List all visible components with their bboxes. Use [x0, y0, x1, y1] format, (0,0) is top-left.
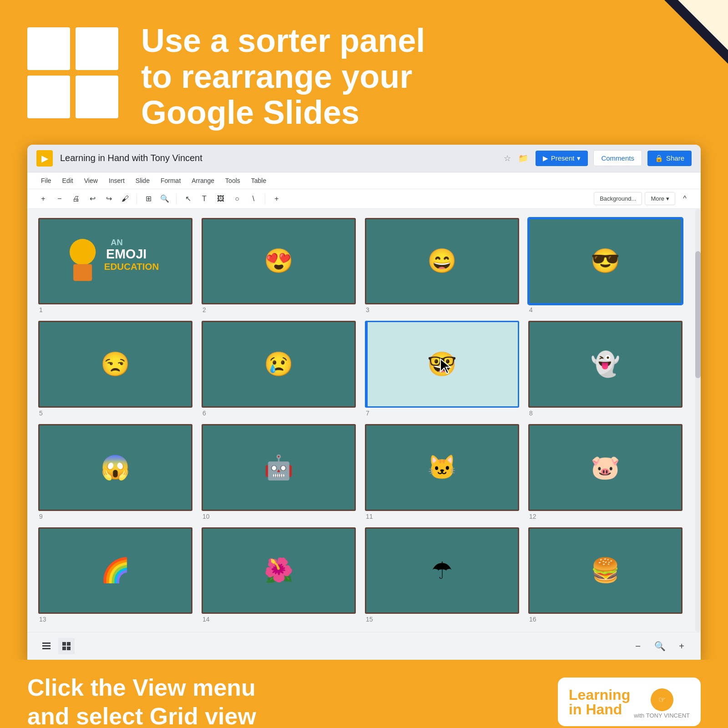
zoom-plus-icon: +: [679, 641, 684, 652]
zoom-plus-button[interactable]: +: [673, 638, 690, 654]
slide-thumb-15[interactable]: ☂: [365, 527, 519, 614]
slide-thumb-16[interactable]: 🍔: [528, 527, 682, 614]
slides-container: AN EMOJI EDUCATION 1 😍 2 😄: [27, 209, 701, 632]
toolbar-divider-2: [176, 193, 177, 204]
svg-rect-13: [67, 647, 71, 650]
slide-thumb-11[interactable]: 🐱: [365, 424, 519, 511]
slides-grid: AN EMOJI EDUCATION 1 😍 2 😄: [27, 209, 693, 632]
brand-line2: in Hand: [569, 702, 630, 717]
slide-thumb-4[interactable]: 😎: [528, 218, 682, 305]
minus-button[interactable]: −: [53, 192, 66, 206]
redo-button[interactable]: ↪: [102, 192, 116, 206]
share-button[interactable]: 🔒 Share: [647, 151, 692, 166]
scrollbar[interactable]: [695, 209, 701, 632]
slide-thumb-3[interactable]: 😄: [365, 218, 519, 305]
slide-9-bg: 😱: [40, 425, 191, 510]
toolbar-divider-1: [136, 193, 137, 204]
present-button[interactable]: ▶ Present ▾: [536, 151, 588, 166]
shape-button[interactable]: ○: [230, 192, 244, 206]
slide-12-bg: 🐷: [530, 425, 681, 510]
background-button[interactable]: Background...: [594, 192, 642, 205]
brand-hand-icon: ☞: [651, 688, 673, 711]
print-button[interactable]: 🖨: [69, 192, 83, 206]
svg-rect-7: [42, 642, 51, 644]
grid-view-button[interactable]: [58, 638, 75, 654]
zoom-search-icon: 🔍: [654, 641, 666, 652]
slide-1-svg: AN EMOJI EDUCATION: [40, 219, 191, 303]
list-view-button[interactable]: [38, 638, 55, 654]
zoom-minus-icon: −: [635, 641, 641, 652]
slide-thumb-12[interactable]: 🐷: [528, 424, 682, 511]
slide-num-16: 16: [528, 616, 536, 623]
menu-arrange[interactable]: Arrange: [187, 174, 219, 187]
menu-insert[interactable]: Insert: [104, 174, 129, 187]
slide-num-1: 1: [38, 306, 43, 313]
brand-logo: Learning in Hand ☞ with TONY VINCENT: [558, 677, 701, 726]
slide-13-bg: 🌈: [40, 529, 191, 613]
star-icon[interactable]: ☆: [504, 153, 511, 163]
present-arrow: ▾: [577, 154, 581, 162]
slide-8-bg: 👻: [530, 322, 681, 406]
slide-thumb-14[interactable]: 🌺: [202, 527, 356, 614]
slide-item-11: 🐱 11: [365, 424, 519, 520]
slide-thumb-5[interactable]: 😒: [38, 321, 192, 408]
grid-logo-cell-1: [27, 27, 70, 70]
cursor-button[interactable]: ↖: [181, 192, 195, 206]
scrollbar-thumb[interactable]: [695, 251, 701, 378]
menu-view[interactable]: View: [80, 174, 102, 187]
menu-slide[interactable]: Slide: [131, 174, 154, 187]
slide-11-bg: 🐱: [366, 425, 518, 510]
menu-edit[interactable]: Edit: [58, 174, 78, 187]
svg-text:☞: ☞: [658, 695, 666, 704]
zoom-fit-button[interactable]: ⊞: [142, 192, 155, 206]
slide-thumb-10[interactable]: 🤖: [202, 424, 356, 511]
menu-table[interactable]: Table: [247, 174, 271, 187]
slide-item-12: 🐷 12: [528, 424, 682, 520]
add-slide-button[interactable]: +: [36, 192, 50, 206]
svg-rect-2: [73, 264, 92, 281]
browser-window: ▶ Learning in Hand with Tony Vincent ☆ 📁…: [27, 145, 701, 660]
slide-item-3: 😄 3: [365, 218, 519, 314]
svg-rect-10: [62, 642, 66, 646]
zoom-button[interactable]: 🔍: [158, 192, 172, 206]
slide-num-11: 11: [365, 513, 373, 520]
menu-bar: File Edit View Insert Slide Format Arran…: [27, 172, 701, 189]
slide-thumb-8[interactable]: 👻: [528, 321, 682, 408]
svg-rect-9: [42, 648, 51, 649]
corner-decoration: [664, 0, 728, 64]
menu-tools[interactable]: Tools: [221, 174, 245, 187]
slide-10-bg: 🤖: [203, 425, 354, 510]
slide-item-9: 😱 9: [38, 424, 192, 520]
bottom-text-line1: Click the View menu: [27, 673, 256, 702]
slide-item-6: 😢 6: [202, 321, 356, 417]
text-button[interactable]: T: [197, 192, 211, 206]
svg-text:AN: AN: [111, 238, 123, 247]
slide-thumb-13[interactable]: 🌈: [38, 527, 192, 614]
comments-button[interactable]: Comments: [593, 150, 642, 166]
menu-file[interactable]: File: [36, 174, 56, 187]
slide-15-bg: ☂: [366, 529, 518, 613]
bottom-toolbar: − 🔍 +: [27, 632, 701, 660]
slide-thumb-7[interactable]: 🤓: [365, 321, 519, 408]
undo-button[interactable]: ↩: [86, 192, 99, 206]
slide-num-14: 14: [202, 616, 210, 623]
menu-format[interactable]: Format: [156, 174, 185, 187]
paint-button[interactable]: 🖌: [118, 192, 132, 206]
slide-7-bg: 🤓: [366, 322, 518, 406]
zoom-search-button[interactable]: 🔍: [652, 638, 668, 654]
more-arrow: ▾: [666, 195, 669, 202]
add-button[interactable]: +: [270, 192, 283, 206]
folder-icon[interactable]: 📁: [518, 153, 528, 163]
more-button[interactable]: More ▾: [645, 192, 675, 205]
collapse-button[interactable]: ^: [678, 192, 692, 206]
zoom-minus-button[interactable]: −: [630, 638, 646, 654]
slide-thumb-6[interactable]: 😢: [202, 321, 356, 408]
slide-thumb-9[interactable]: 😱: [38, 424, 192, 511]
toolbar-divider-3: [265, 193, 265, 204]
slide-thumb-1[interactable]: AN EMOJI EDUCATION: [38, 218, 192, 305]
image-button[interactable]: 🖼: [214, 192, 228, 206]
slide-3-bg: 😄: [366, 219, 518, 303]
slide-thumb-2[interactable]: 😍: [202, 218, 356, 305]
grid-logo: [27, 27, 118, 118]
line-button[interactable]: \: [247, 192, 260, 206]
